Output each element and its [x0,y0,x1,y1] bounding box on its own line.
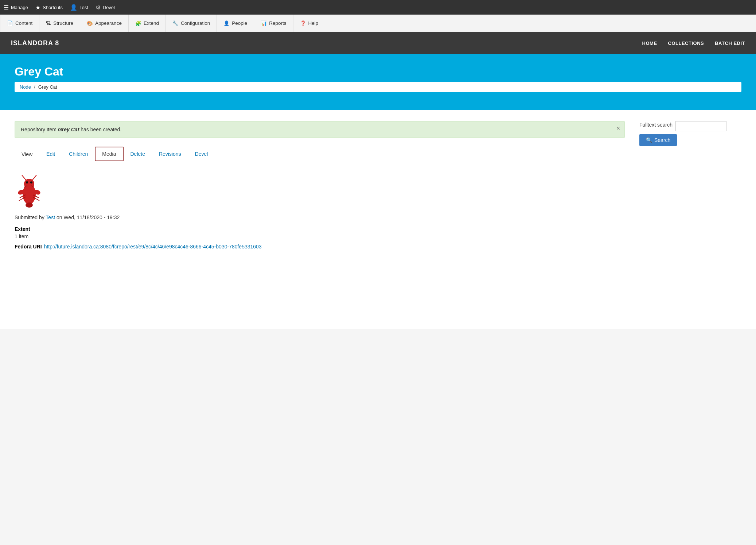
svg-line-4 [22,175,27,181]
tab-media-label: Media [102,151,116,157]
alert-success: Repository Item Grey Cat has been create… [15,121,625,138]
nav-content[interactable]: 📄 Content [0,15,39,32]
manage-menu-item[interactable]: ☰ Manage [4,4,28,11]
breadcrumb-current: Grey Cat [38,84,57,90]
tab-media[interactable]: Media [95,147,123,161]
nav-home[interactable]: HOME [642,40,657,46]
tab-view-label: View [22,151,32,157]
submitted-info: Submitted by Test on Wed, 11/18/2020 - 1… [15,214,625,220]
tab-revisions[interactable]: Revisions [152,147,188,161]
extent-label: Extent [15,226,625,232]
submitted-date: on Wed, 11/18/2020 - 19:32 [55,214,120,220]
svg-line-5 [31,175,36,181]
content-area: Repository Item Grey Cat has been create… [15,121,625,318]
appearance-icon: 🎨 [87,20,93,26]
breadcrumb-separator: / [34,84,35,90]
hero-banner: Grey Cat Node / Grey Cat [0,54,756,110]
search-button[interactable]: 🔍 Search [639,134,677,146]
site-header-nav: HOME COLLECTIONS BATCH EDIT [642,40,745,46]
tab-children-label: Children [69,151,88,157]
svg-point-8 [26,202,33,208]
tab-delete[interactable]: Delete [124,147,152,161]
fedora-uri-label: Fedora URI [15,244,42,250]
nav-structure-label: Structure [53,20,73,26]
nav-extend[interactable]: 🧩 Extend [129,15,166,32]
nav-appearance[interactable]: 🎨 Appearance [80,15,129,32]
fulltext-search-label: Fulltext search [639,122,673,128]
alert-item-name: Grey Cat [58,127,79,132]
tab-edit[interactable]: Edit [39,147,62,161]
breadcrumb: Node / Grey Cat [15,82,741,92]
help-icon: ❓ [300,20,306,26]
submitted-user-link[interactable]: Test [46,214,55,220]
search-button-label: Search [654,137,670,143]
nav-configuration[interactable]: 🔧 Configuration [166,15,217,32]
config-icon: 🔧 [172,20,179,26]
close-icon[interactable]: × [617,125,620,132]
nav-structure[interactable]: 🏗 Structure [39,15,80,32]
test-menu-item[interactable]: 👤 Test [70,4,88,11]
devel-menu-item[interactable]: ⚙ Devel [96,4,115,11]
reports-icon: 📊 [261,20,267,26]
tab-devel[interactable]: Devel [188,147,215,161]
breadcrumb-node-link[interactable]: Node [20,84,31,90]
nav-content-label: Content [15,20,32,26]
hamburger-icon: ☰ [4,4,9,11]
svg-point-1 [24,179,34,189]
tab-edit-label: Edit [46,151,55,157]
shortcuts-menu-item[interactable]: ★ Shortcuts [35,4,63,11]
fulltext-search-row: Fulltext search [639,121,741,131]
alert-suffix: has been created. [79,127,121,132]
nav-help-label: Help [308,20,319,26]
svg-point-3 [30,181,32,183]
nav-extend-label: Extend [144,20,159,26]
main-content: Repository Item Grey Cat has been create… [0,110,756,329]
extent-field: Extent 1 item [15,226,625,239]
page-title: Grey Cat [15,65,741,78]
nav-reports[interactable]: 📊 Reports [254,15,293,32]
nav-people-label: People [232,20,247,26]
user-icon: 👤 [70,4,77,11]
fedora-uri-link[interactable]: http://future.islandora.ca:8080/fcrepo/r… [44,244,262,250]
search-icon: 🔍 [646,137,652,143]
nav-help[interactable]: ❓ Help [293,15,326,32]
star-icon: ★ [35,4,40,11]
svg-point-2 [26,181,28,183]
structure-icon: 🏗 [46,20,51,26]
gear-icon: ⚙ [96,4,101,11]
node-image [15,169,44,209]
site-logo: ISLANDORA 8 [11,39,59,47]
tab-view[interactable]: View [15,147,39,161]
nav-reports-label: Reports [269,20,286,26]
alert-prefix: Repository Item [21,127,58,132]
fedora-uri-field: Fedora URI http://future.islandora.ca:80… [15,244,625,251]
people-icon: 👤 [223,20,230,26]
tab-revisions-label: Revisions [159,151,181,157]
fulltext-search-input[interactable] [675,121,726,131]
site-header: ISLANDORA 8 HOME COLLECTIONS BATCH EDIT [0,32,756,54]
tab-delete-label: Delete [130,151,145,157]
shortcuts-label: Shortcuts [43,5,63,10]
devel-label: Devel [103,5,115,10]
nav-appearance-label: Appearance [95,20,122,26]
nav-configuration-label: Configuration [181,20,210,26]
nav-people[interactable]: 👤 People [217,15,254,32]
manage-label: Manage [11,5,28,10]
nav-collections[interactable]: COLLECTIONS [668,40,704,46]
sidebar: Fulltext search 🔍 Search [639,121,741,318]
test-label: Test [79,5,88,10]
nav-batch-edit[interactable]: BATCH EDIT [715,40,745,46]
tab-devel-label: Devel [195,151,208,157]
submitted-by-text: Submitted by [15,214,46,220]
tabs: View Edit Children Media Delete Revision… [15,147,625,161]
content-icon: 📄 [7,20,13,26]
extent-value: 1 item [15,233,625,239]
extend-icon: 🧩 [135,20,141,26]
admin-toolbar: ☰ Manage ★ Shortcuts 👤 Test ⚙ Devel [0,0,756,15]
main-nav: 📄 Content 🏗 Structure 🎨 Appearance 🧩 Ext… [0,15,756,32]
tab-children[interactable]: Children [62,147,95,161]
